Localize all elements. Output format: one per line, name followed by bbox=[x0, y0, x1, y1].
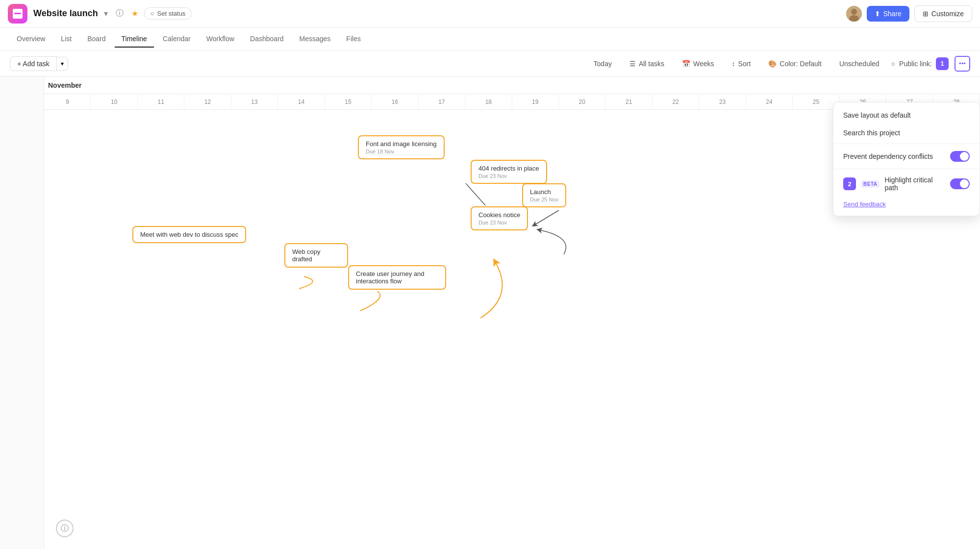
info-icon-button[interactable]: ⓘ bbox=[114, 6, 126, 21]
chevron-down-button[interactable]: ▾ bbox=[102, 7, 110, 20]
highlight-path-badge: 2 bbox=[843, 177, 856, 190]
set-status-label: Set status bbox=[157, 10, 186, 17]
date-20: 20 bbox=[559, 94, 605, 109]
set-status-button[interactable]: ○ Set status bbox=[144, 7, 192, 20]
beta-badge: BETA bbox=[861, 180, 879, 188]
info-circle-button[interactable]: ⓘ bbox=[56, 520, 74, 537]
svg-line-4 bbox=[534, 210, 559, 225]
svg-line-3 bbox=[466, 183, 485, 205]
app-icon-inner bbox=[13, 9, 23, 19]
highlight-path-item: 2 BETA Highlight critical path bbox=[833, 171, 980, 197]
svg-point-1 bbox=[851, 9, 857, 15]
more-options-button[interactable]: ••• bbox=[955, 56, 970, 72]
task-redirects[interactable]: 404 redirects in place Due 23 Nov bbox=[471, 160, 547, 184]
timeline-area: November 9 10 11 12 13 14 15 16 17 18 19… bbox=[44, 76, 980, 549]
send-feedback-link[interactable]: Send feedback bbox=[833, 197, 980, 212]
search-project-item[interactable]: Search this project bbox=[833, 124, 980, 142]
tab-dashboard[interactable]: Dashboard bbox=[243, 31, 291, 48]
tab-list[interactable]: List bbox=[54, 31, 78, 48]
add-task-caret-button[interactable]: ▾ bbox=[57, 57, 68, 71]
color-button[interactable]: 🎨 Color: Default bbox=[762, 57, 828, 71]
app-icon bbox=[8, 4, 27, 24]
date-12: 12 bbox=[184, 94, 231, 109]
customize-icon: ⊞ bbox=[923, 10, 929, 18]
sort-button[interactable]: ↕ Sort bbox=[726, 57, 757, 71]
customize-label: Customize bbox=[931, 10, 964, 18]
date-24: 24 bbox=[746, 94, 793, 109]
tab-messages[interactable]: Messages bbox=[293, 31, 338, 48]
tab-timeline[interactable]: Timeline bbox=[115, 31, 154, 48]
today-button[interactable]: Today bbox=[588, 57, 618, 71]
public-link-badge[interactable]: 1 bbox=[936, 57, 949, 70]
app-icon-minus bbox=[14, 13, 21, 14]
task-launch-label: Launch bbox=[530, 188, 558, 196]
task-redirects-due: Due 23 Nov bbox=[478, 173, 539, 179]
all-tasks-label: All tasks bbox=[639, 60, 664, 68]
weeks-button[interactable]: 📅 Weeks bbox=[676, 57, 720, 71]
unscheduled-button[interactable]: Unscheduled bbox=[833, 57, 885, 71]
star-button[interactable]: ★ bbox=[129, 7, 140, 20]
top-bar: Website launch ▾ ⓘ ★ ○ Set status ⬆ Shar… bbox=[0, 0, 980, 27]
dropdown-divider-2 bbox=[833, 169, 980, 169]
task-cookies[interactable]: Cookies notice Due 23 Nov bbox=[471, 206, 528, 230]
task-font-licensing[interactable]: Font and image licensing Due 18 Nov bbox=[358, 135, 445, 159]
date-15: 15 bbox=[325, 94, 372, 109]
share-icon: ⬆ bbox=[875, 10, 880, 18]
date-16: 16 bbox=[372, 94, 418, 109]
color-icon: 🎨 bbox=[768, 60, 777, 68]
tab-overview[interactable]: Overview bbox=[10, 31, 52, 48]
add-task-label: + Add task bbox=[17, 60, 50, 68]
highlight-path-toggle[interactable] bbox=[950, 178, 970, 189]
weeks-label: Weeks bbox=[693, 60, 714, 68]
tab-files[interactable]: Files bbox=[339, 31, 368, 48]
highlight-path-knob bbox=[960, 179, 969, 188]
calendar-icon: 📅 bbox=[682, 60, 690, 68]
task-launch-due: Due 25 Nov bbox=[530, 197, 558, 202]
task-web-copy[interactable]: Web copy drafted bbox=[284, 243, 348, 268]
save-layout-item[interactable]: Save layout as default bbox=[833, 106, 980, 124]
task-user-journey[interactable]: Create user journey and interactions flo… bbox=[348, 265, 446, 290]
project-title: Website launch bbox=[33, 8, 98, 19]
dropdown-panel: Save layout as default Search this proje… bbox=[833, 102, 980, 216]
prevent-conflicts-item: Prevent dependency conflicts bbox=[833, 146, 980, 167]
dropdown-divider-1 bbox=[833, 144, 980, 144]
date-22: 22 bbox=[653, 94, 699, 109]
public-link-section: ○ Public link: 1 bbox=[891, 57, 949, 70]
date-17: 17 bbox=[419, 94, 465, 109]
toolbar: + Add task ▾ Today ☰ All tasks 📅 Weeks ↕… bbox=[0, 51, 980, 76]
task-font-licensing-due: Due 18 Nov bbox=[366, 149, 437, 154]
month-name: November bbox=[48, 81, 81, 89]
prevent-conflicts-knob bbox=[960, 152, 969, 161]
date-18: 18 bbox=[465, 94, 512, 109]
tab-workflow[interactable]: Workflow bbox=[200, 31, 241, 48]
task-meet-spec-label: Meet with web dev to discuss spec bbox=[140, 231, 238, 238]
task-cookies-due: Due 23 Nov bbox=[478, 220, 520, 225]
add-task-group: + Add task ▾ bbox=[10, 56, 68, 71]
date-23: 23 bbox=[699, 94, 746, 109]
customize-button[interactable]: ⊞ Customize bbox=[914, 5, 972, 22]
highlight-path-label: Highlight critical path bbox=[884, 176, 945, 192]
all-tasks-button[interactable]: ☰ All tasks bbox=[624, 57, 670, 71]
more-dots-icon: ••• bbox=[959, 60, 966, 67]
share-label: Share bbox=[883, 10, 902, 18]
tab-calendar[interactable]: Calendar bbox=[156, 31, 198, 48]
date-11: 11 bbox=[138, 94, 184, 109]
date-21: 21 bbox=[605, 94, 652, 109]
status-circle-icon: ○ bbox=[151, 10, 154, 17]
main-content: November 9 10 11 12 13 14 15 16 17 18 19… bbox=[0, 76, 980, 549]
tab-board[interactable]: Board bbox=[80, 31, 112, 48]
share-button[interactable]: ⬆ Share bbox=[867, 6, 909, 22]
date-13: 13 bbox=[231, 94, 278, 109]
all-tasks-icon: ☰ bbox=[629, 60, 636, 68]
task-launch[interactable]: Launch Due 25 Nov bbox=[522, 183, 566, 207]
today-label: Today bbox=[594, 60, 612, 68]
sort-label: Sort bbox=[738, 60, 751, 68]
task-meet-spec[interactable]: Meet with web dev to discuss spec bbox=[132, 226, 246, 243]
user-avatar[interactable] bbox=[846, 6, 862, 22]
public-link-label: Public link: bbox=[899, 60, 932, 68]
task-cookies-label: Cookies notice bbox=[478, 211, 520, 219]
add-task-button[interactable]: + Add task bbox=[10, 56, 57, 71]
task-user-journey-label: Create user journey and interactions flo… bbox=[356, 270, 438, 285]
task-redirects-label: 404 redirects in place bbox=[478, 165, 539, 172]
prevent-conflicts-toggle[interactable] bbox=[950, 151, 970, 162]
